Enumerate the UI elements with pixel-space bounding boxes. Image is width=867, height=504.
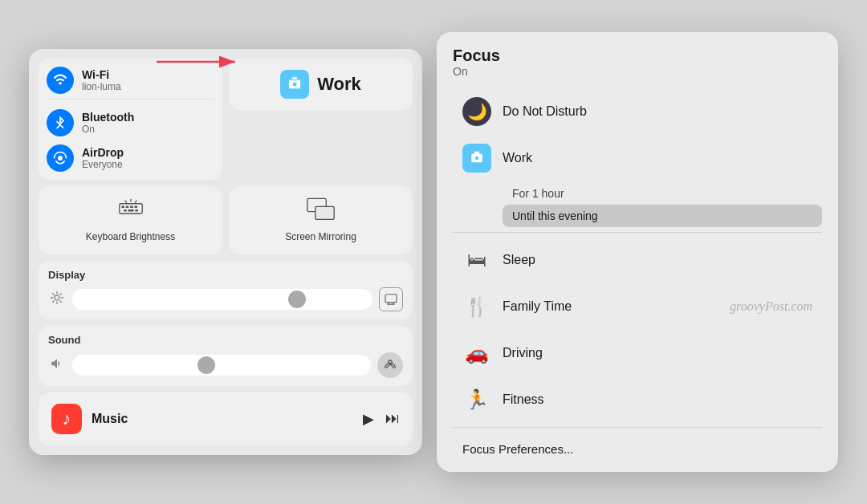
display-label: Display <box>48 269 403 281</box>
music-section: ♪ Music ▶ ⏭ <box>39 392 413 445</box>
volume-icon <box>48 356 66 374</box>
driving-label: Driving <box>503 346 543 360</box>
svg-point-37 <box>475 156 479 161</box>
keyboard-brightness-icon <box>118 197 144 225</box>
family-time-label: Family Time <box>503 299 572 314</box>
do-not-disturb-label: Do Not Disturb <box>503 104 587 119</box>
airdrop-text: AirDrop Everyone <box>82 146 124 170</box>
svg-line-26 <box>53 293 55 295</box>
sound-slider-row <box>48 352 403 378</box>
svg-rect-36 <box>474 152 479 155</box>
sleep-label: Sleep <box>503 253 535 267</box>
display-slider-track[interactable] <box>72 289 372 310</box>
focus-preferences[interactable]: Focus Preferences... <box>453 433 822 457</box>
focus-item-work[interactable]: Work <box>453 136 822 181</box>
display-section: Display <box>39 261 413 319</box>
sleep-icon: 🛏 <box>462 246 491 274</box>
work-item-content: Work <box>503 151 532 165</box>
bluetooth-item[interactable]: Bluetooth On <box>47 108 214 138</box>
focus-status: On <box>453 65 822 78</box>
bottom-tiles: Keyboard Brightness Screen Mirroring <box>39 186 413 254</box>
focus-header: Focus On <box>453 47 822 78</box>
bluetooth-label: Bluetooth <box>82 111 134 124</box>
sound-section: Sound <box>39 326 413 386</box>
svg-rect-30 <box>385 294 397 302</box>
focus-item-sleep[interactable]: 🛏 Sleep <box>453 238 822 282</box>
arrow-annotation <box>149 51 245 76</box>
airplay-icon[interactable] <box>377 352 403 378</box>
work-focus-icon <box>280 70 309 99</box>
focus-panel: Focus On 🌙 Do Not Disturb Work For 1 hou… <box>437 32 838 472</box>
bluetooth-icon <box>47 109 74 136</box>
svg-line-29 <box>53 300 55 302</box>
svg-rect-8 <box>119 204 141 213</box>
control-center-panel: Wi-Fi lion-luma Bluetooth On <box>29 49 422 454</box>
focus-item-fitness[interactable]: 🏃 Fitness <box>453 377 822 422</box>
screen-mirroring-icon <box>307 197 336 225</box>
focus-item-family-time[interactable]: 🍴 Family Time groovyPost.com <box>453 284 822 329</box>
svg-rect-15 <box>135 209 138 212</box>
svg-point-21 <box>55 295 59 300</box>
music-app-icon: ♪ <box>51 404 82 434</box>
for-1-hour-item[interactable]: For 1 hour <box>503 182 822 205</box>
brightness-icon <box>48 291 66 308</box>
display-slider-row <box>48 287 403 311</box>
airdrop-item[interactable]: AirDrop Everyone <box>47 143 214 173</box>
svg-point-7 <box>293 83 297 87</box>
work-focus-label: Work <box>317 74 361 95</box>
play-button[interactable]: ▶ <box>363 410 374 428</box>
bluetooth-text: Bluetooth On <box>82 111 134 135</box>
svg-line-28 <box>60 293 62 295</box>
watermark: groovyPost.com <box>730 299 812 314</box>
svg-rect-14 <box>128 209 133 212</box>
music-label: Music <box>92 412 353 426</box>
svg-line-27 <box>60 300 62 302</box>
fitness-label: Fitness <box>503 392 544 407</box>
focus-item-do-not-disturb[interactable]: 🌙 Do Not Disturb <box>453 89 822 134</box>
svg-rect-20 <box>315 207 333 220</box>
screen-mirroring-label: Screen Mirroring <box>285 231 356 242</box>
svg-rect-13 <box>124 209 127 212</box>
svg-point-0 <box>58 156 63 161</box>
keyboard-brightness-tile[interactable]: Keyboard Brightness <box>39 186 222 254</box>
focus-divider <box>453 232 822 233</box>
family-time-icon: 🍴 <box>462 292 491 321</box>
airdrop-label: AirDrop <box>82 146 124 159</box>
svg-rect-9 <box>121 206 124 209</box>
wifi-subtitle: lion-luma <box>82 81 121 92</box>
arrow-svg <box>149 51 245 73</box>
work-item-label: Work <box>503 151 532 165</box>
keyboard-brightness-label: Keyboard Brightness <box>86 231 175 242</box>
display-end-icon <box>379 287 403 311</box>
svg-line-18 <box>135 201 136 203</box>
top-row: Wi-Fi lion-luma Bluetooth On <box>39 59 413 180</box>
work-focus-block[interactable]: Work <box>229 59 413 110</box>
do-not-disturb-icon: 🌙 <box>462 97 491 126</box>
bluetooth-subtitle: On <box>82 124 134 135</box>
connectivity-block: Wi-Fi lion-luma Bluetooth On <box>39 59 222 180</box>
sound-label: Sound <box>48 334 403 346</box>
until-this-evening-item[interactable]: Until this evening <box>503 205 822 227</box>
focus-title: Focus <box>453 47 822 65</box>
svg-rect-11 <box>130 206 133 209</box>
work-focus-item-icon <box>462 144 491 173</box>
music-controls: ▶ ⏭ <box>363 410 400 428</box>
work-sub-items: For 1 hour Until this evening <box>453 182 822 227</box>
focus-divider-bottom <box>453 427 822 428</box>
focus-item-driving[interactable]: 🚗 Driving <box>453 331 822 376</box>
do-not-disturb-content: Do Not Disturb <box>503 104 587 119</box>
sound-slider-track[interactable] <box>72 355 371 376</box>
airdrop-icon <box>47 144 74 172</box>
screen-mirroring-tile[interactable]: Screen Mirroring <box>229 186 413 254</box>
work-focus-container: Work <box>229 59 413 180</box>
svg-rect-10 <box>125 206 128 209</box>
airdrop-subtitle: Everyone <box>82 159 124 170</box>
wifi-label: Wi-Fi <box>82 68 121 81</box>
fast-forward-button[interactable]: ⏭ <box>385 410 400 427</box>
fitness-icon: 🏃 <box>462 385 491 414</box>
wifi-icon <box>47 67 74 94</box>
svg-rect-12 <box>134 206 137 209</box>
driving-icon: 🚗 <box>462 339 491 368</box>
wifi-text: Wi-Fi lion-luma <box>82 68 121 92</box>
svg-line-17 <box>124 201 126 203</box>
